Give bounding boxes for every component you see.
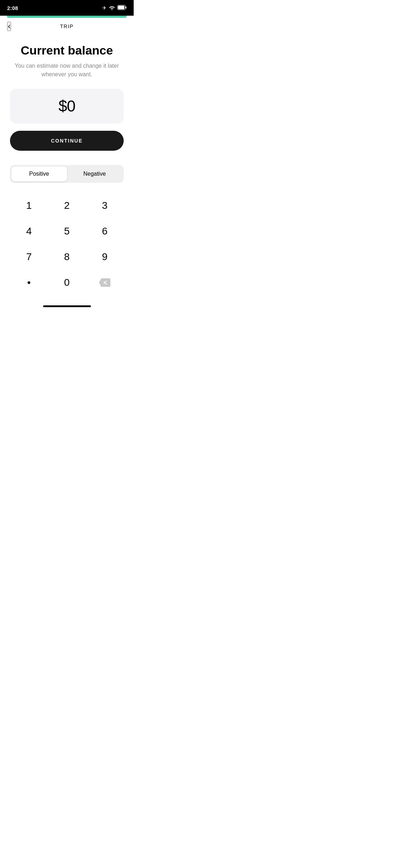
numpad-key-1[interactable]: 1 xyxy=(10,193,48,218)
negative-option[interactable]: Negative xyxy=(67,166,123,181)
svg-rect-2 xyxy=(118,6,124,9)
wifi-icon xyxy=(109,5,115,11)
svg-rect-1 xyxy=(125,6,127,9)
battery-icon xyxy=(117,5,127,11)
page-subtitle: You can estimate now and change it later… xyxy=(10,62,124,79)
balance-value: $0 xyxy=(58,97,75,115)
numpad-key-6[interactable]: 6 xyxy=(86,218,124,244)
numpad-key-3[interactable]: 3 xyxy=(86,193,124,218)
numpad-key-decimal[interactable]: • xyxy=(10,270,48,295)
status-time: 2:08 xyxy=(7,5,18,11)
positive-option[interactable]: Positive xyxy=(11,166,67,181)
continue-button[interactable]: CONTINUE xyxy=(10,131,124,151)
nav-title: TRIP xyxy=(60,24,74,29)
status-icons: ✈ xyxy=(102,5,127,11)
numpad-key-5[interactable]: 5 xyxy=(48,218,86,244)
page-title: Current balance xyxy=(10,43,124,57)
status-bar: 2:08 ✈ xyxy=(0,0,134,16)
backspace-icon xyxy=(99,278,110,287)
sign-toggle: Positive Negative xyxy=(10,165,124,183)
airplane-icon: ✈ xyxy=(102,5,107,11)
home-bar xyxy=(43,305,91,307)
numpad-key-0[interactable]: 0 xyxy=(48,270,86,295)
balance-display[interactable]: $0 xyxy=(10,89,124,124)
numpad-backspace-button[interactable] xyxy=(86,270,124,295)
back-button[interactable]: ‹ xyxy=(7,22,11,31)
numpad: 1 2 3 4 5 6 7 8 9 • 0 xyxy=(10,193,124,295)
nav-bar: ‹ TRIP xyxy=(0,18,134,35)
numpad-key-9[interactable]: 9 xyxy=(86,244,124,270)
numpad-key-4[interactable]: 4 xyxy=(10,218,48,244)
home-indicator xyxy=(0,303,134,311)
main-content: Current balance You can estimate now and… xyxy=(0,35,134,303)
numpad-key-7[interactable]: 7 xyxy=(10,244,48,270)
numpad-key-2[interactable]: 2 xyxy=(48,193,86,218)
numpad-key-8[interactable]: 8 xyxy=(48,244,86,270)
